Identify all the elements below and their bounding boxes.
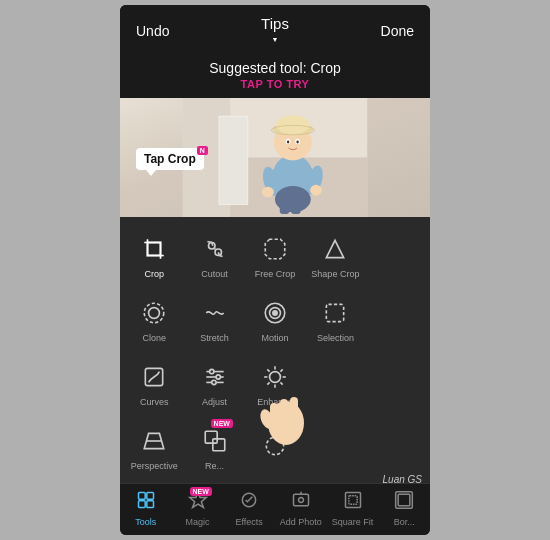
enhance-icon — [257, 359, 293, 395]
svg-rect-74 — [398, 494, 410, 506]
square-fit-nav-icon — [343, 490, 363, 515]
tool-empty1 — [366, 225, 426, 285]
nav-tools-label: Tools — [135, 517, 156, 527]
tool-shape-crop[interactable]: Shape Crop — [305, 225, 365, 285]
tools-panel: Crop Cutout Free Crop Shap — [120, 217, 430, 483]
cutout-icon — [197, 231, 233, 267]
svg-rect-68 — [293, 494, 308, 506]
nav-square-fit-label: Square Fit — [332, 517, 374, 527]
perspective-label: Perspective — [131, 461, 178, 471]
tool-curves[interactable]: Curves — [124, 353, 184, 413]
nav-add-photo-label: Add Photo — [280, 517, 322, 527]
nav-effects[interactable]: Effects — [223, 484, 275, 535]
svg-line-49 — [280, 382, 282, 384]
svg-rect-18 — [291, 202, 301, 214]
svg-marker-29 — [327, 240, 344, 257]
tool-empty4 — [366, 353, 426, 413]
tool-resize[interactable]: NEW Re... — [184, 417, 244, 477]
tool-perspective[interactable]: Perspective — [124, 417, 184, 477]
tools-grid-row4: Perspective NEW Re... NEW — [120, 417, 430, 483]
tools-grid-row2: Clone Stretch Motion Selec — [120, 289, 430, 353]
nav-effects-label: Effects — [236, 517, 263, 527]
svg-rect-53 — [205, 431, 217, 443]
svg-point-40 — [209, 369, 213, 373]
crop-icon — [136, 231, 172, 267]
undo-button[interactable]: Undo — [136, 23, 169, 39]
svg-line-50 — [280, 369, 282, 371]
free-crop-label: Free Crop — [255, 269, 296, 279]
svg-rect-63 — [147, 493, 154, 500]
tool-adjust[interactable]: Adjust — [184, 353, 244, 413]
new-badge-magic: NEW — [190, 487, 212, 496]
curves-icon — [136, 359, 172, 395]
clone-icon — [136, 295, 172, 331]
tool-enhance[interactable]: Enhance — [245, 353, 305, 413]
svg-line-48 — [267, 369, 269, 371]
tool-selection[interactable]: Selection — [305, 289, 365, 349]
tool-extra[interactable]: NEW — [245, 417, 305, 477]
svg-point-6 — [276, 115, 309, 134]
tool-cutout[interactable]: Cutout — [184, 225, 244, 285]
svg-point-31 — [144, 303, 164, 323]
resize-icon — [197, 423, 233, 459]
adjust-icon — [197, 359, 233, 395]
resize-label: Re... — [205, 461, 224, 471]
selection-icon — [317, 295, 353, 331]
tap-crop-label: Tap Crop — [144, 152, 196, 166]
motion-label: Motion — [261, 333, 288, 343]
add-photo-nav-icon — [291, 490, 311, 515]
crop-label: Crop — [144, 269, 164, 279]
tool-clone[interactable]: Clone — [124, 289, 184, 349]
tool-motion[interactable]: Motion — [245, 289, 305, 349]
svg-rect-20 — [220, 117, 247, 204]
nav-border-label: Bor... — [394, 517, 415, 527]
tap-crop-tooltip: Tap Crop N — [136, 148, 204, 170]
tools-grid-row3: Curves Adjust Enhance — [120, 353, 430, 417]
effects-nav-icon — [239, 490, 259, 515]
free-crop-icon — [257, 231, 293, 267]
svg-rect-55 — [266, 437, 283, 454]
suggested-banner[interactable]: Suggested tool: Crop TAP TO TRY — [120, 54, 430, 98]
baby-image: Tap Crop N — [120, 98, 430, 217]
svg-point-69 — [298, 498, 303, 503]
nav-magic[interactable]: NEW Magic — [172, 484, 224, 535]
nav-border[interactable]: Bor... — [378, 484, 430, 535]
svg-point-34 — [273, 311, 277, 315]
nav-add-photo[interactable]: Add Photo — [275, 484, 327, 535]
top-bar: Undo Tips Done — [120, 5, 430, 54]
nav-magic-label: Magic — [186, 517, 210, 527]
shape-crop-label: Shape Crop — [311, 269, 359, 279]
perspective-icon — [136, 423, 172, 459]
tool-crop[interactable]: Crop — [124, 225, 184, 285]
tool-free-crop[interactable]: Free Crop — [245, 225, 305, 285]
nav-tools[interactable]: Tools — [120, 484, 172, 535]
stretch-label: Stretch — [200, 333, 229, 343]
cutout-label: Cutout — [201, 269, 228, 279]
svg-point-15 — [310, 185, 322, 196]
svg-rect-21 — [148, 243, 161, 256]
svg-rect-54 — [212, 439, 224, 451]
svg-point-43 — [270, 372, 281, 383]
extra-icon — [257, 428, 293, 464]
tap-to-try[interactable]: TAP TO TRY — [120, 78, 430, 90]
tools-grid-row1: Crop Cutout Free Crop Shap — [120, 217, 430, 289]
svg-point-41 — [216, 375, 220, 379]
tool-empty3 — [305, 353, 365, 413]
shape-crop-icon — [317, 231, 353, 267]
tools-nav-icon — [136, 490, 156, 515]
svg-line-28 — [214, 248, 215, 249]
tool-stretch[interactable]: Stretch — [184, 289, 244, 349]
phone-container: Undo Tips Done Suggested tool: Crop TAP … — [120, 5, 430, 535]
svg-rect-35 — [327, 304, 344, 321]
svg-rect-64 — [138, 501, 145, 508]
done-button[interactable]: Done — [381, 23, 414, 39]
svg-point-14 — [262, 187, 274, 198]
svg-rect-62 — [138, 493, 145, 500]
stretch-icon — [197, 295, 233, 331]
svg-rect-72 — [348, 496, 356, 504]
svg-rect-65 — [147, 501, 154, 508]
nav-square-fit[interactable]: Square Fit — [327, 484, 379, 535]
new-badge-tooltip: N — [197, 146, 208, 155]
new-badge-extra: NEW — [271, 419, 293, 428]
adjust-label: Adjust — [202, 397, 227, 407]
